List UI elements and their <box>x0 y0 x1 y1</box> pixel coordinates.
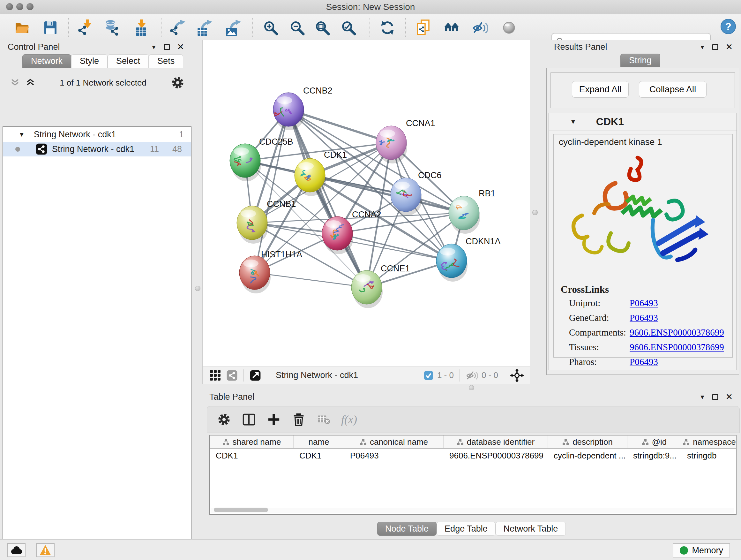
zoom-out-icon[interactable] <box>289 19 306 36</box>
network-edge[interactable] <box>255 273 367 287</box>
protein-description: cyclin-dependent kinase 1 <box>559 137 662 147</box>
column-tree-icon <box>457 438 464 445</box>
network-node-CDC6[interactable]: CDC6 <box>391 171 442 215</box>
panel-float-icon[interactable] <box>712 44 718 50</box>
cell-database-identifier[interactable]: 9606.ENSP00000378699 <box>444 449 548 462</box>
network-node-CDKN1A[interactable]: CDKN1A <box>436 237 501 282</box>
tab-select[interactable]: Select <box>108 54 149 68</box>
application-window: Session: New Session <box>0 0 741 560</box>
network-row[interactable]: String Network - cdk1 11 48 <box>3 142 191 157</box>
network-edge[interactable] <box>337 233 452 261</box>
table-tabs: Node Table Edge Table Network Table <box>377 522 566 536</box>
zoom-in-icon[interactable] <box>262 19 279 36</box>
crosslink-link[interactable]: 9606.ENSP00000378699 <box>630 327 724 338</box>
collapse-all-button[interactable]: Collapse All <box>639 81 706 98</box>
network-collection-row[interactable]: ▼ String Network - cdk1 1 <box>3 127 191 142</box>
hidden-count: 0 - 0 <box>482 370 498 380</box>
delete-column-icon[interactable] <box>292 413 306 426</box>
network-graph[interactable]: CCNB2CCNA1CDC25BCDK1CDC6RB1CCNB1CCNA2CDK… <box>203 40 530 367</box>
network-view-toolbar: String Network - cdk1 1 - 0 0 - 0 <box>202 367 530 384</box>
tab-network[interactable]: Network <box>22 54 71 68</box>
zoom-selected-icon[interactable] <box>340 19 357 36</box>
node-table[interactable]: shared name name canonical name database… <box>209 435 737 515</box>
open-session-icon[interactable] <box>14 19 30 36</box>
help-icon[interactable]: ? <box>720 18 737 35</box>
node-label: CDC6 <box>418 171 442 180</box>
clone-network-icon[interactable] <box>415 19 432 36</box>
network-canvas[interactable]: CCNB2CCNA1CDC25BCDK1CDC6RB1CCNB1CCNA2CDK… <box>202 40 530 367</box>
table-options-gear-icon[interactable] <box>217 413 231 426</box>
import-network-file-icon[interactable] <box>77 19 93 36</box>
network-node-RB1[interactable]: RB1 <box>449 189 495 234</box>
crosslink-link[interactable]: P06493 <box>630 313 658 323</box>
panel-collapse-icon[interactable]: ▼ <box>151 44 157 50</box>
table-row[interactable]: CDK1 CDK1 P06493 9606.ENSP00000378699 cy… <box>210 449 736 462</box>
birdseye-view-icon[interactable] <box>250 370 261 381</box>
move-center-icon[interactable] <box>510 368 524 382</box>
string-home-icon[interactable] <box>444 19 460 36</box>
import-table-icon[interactable] <box>133 19 149 36</box>
cell-namespace[interactable]: stringdb <box>681 449 737 462</box>
save-session-icon[interactable] <box>42 19 59 36</box>
import-network-database-icon[interactable] <box>104 19 121 36</box>
column-tree-icon <box>562 438 569 445</box>
horizontal-scrollbar[interactable] <box>211 508 734 513</box>
panel-float-icon[interactable] <box>164 44 170 50</box>
export-image-icon[interactable] <box>225 19 241 36</box>
crosslink-row: Tissues: 9606.ENSP00000378699 <box>554 342 732 357</box>
tab-network-table[interactable]: Network Table <box>495 522 566 536</box>
cell-id[interactable]: stringdb:9... <box>627 449 681 462</box>
share-view-icon[interactable] <box>226 370 238 381</box>
bottom-splitter-handle[interactable] <box>469 385 474 390</box>
panel-close-icon[interactable]: ✕ <box>725 43 733 51</box>
show-columns-icon[interactable] <box>242 413 256 426</box>
add-column-icon[interactable] <box>267 413 280 426</box>
tab-sets[interactable]: Sets <box>149 54 183 68</box>
tree-expand-icon[interactable]: ▼ <box>18 131 25 138</box>
cell-shared-name[interactable]: CDK1 <box>210 449 293 462</box>
crosslink-link[interactable]: P06493 <box>630 357 658 367</box>
network-node-CCNE1[interactable]: CCNE1 <box>351 264 410 308</box>
collapse-all-icon[interactable] <box>10 78 20 87</box>
string-results-container: Expand All Collapse All ▼ CDK1 cyclin-de… <box>546 68 739 375</box>
right-splitter-handle[interactable] <box>532 210 538 215</box>
tab-string[interactable]: String <box>620 54 660 67</box>
export-network-icon[interactable] <box>169 19 186 36</box>
panel-close-icon[interactable]: ✕ <box>177 43 184 51</box>
network-node-HIST1H1A[interactable]: HIST1H1A <box>239 250 302 294</box>
refresh-icon[interactable] <box>379 19 396 36</box>
title-bar: Session: New Session <box>0 0 741 14</box>
panel-close-icon[interactable]: ✕ <box>725 393 733 401</box>
zoom-fit-icon[interactable] <box>314 19 331 36</box>
cell-description[interactable]: cyclin-dependent ... <box>548 449 627 462</box>
left-splitter-handle[interactable] <box>195 286 200 291</box>
panel-collapse-icon[interactable]: ▼ <box>699 394 705 400</box>
selected-checkbox-icon[interactable] <box>424 371 433 380</box>
export-table-icon[interactable] <box>196 19 212 36</box>
network-options-gear-icon[interactable] <box>171 76 185 89</box>
crosslink-link[interactable]: 9606.ENSP00000378699 <box>630 342 724 353</box>
tab-node-table[interactable]: Node Table <box>377 522 436 536</box>
cell-canonical-name[interactable]: P06493 <box>344 449 444 462</box>
expand-all-icon[interactable] <box>25 78 35 87</box>
hide-labels-icon[interactable] <box>472 19 488 36</box>
crosslink-link[interactable]: P06493 <box>630 298 658 308</box>
node-label: CDK1 <box>324 150 347 160</box>
memory-button[interactable]: Memory <box>673 543 730 557</box>
warnings-button[interactable] <box>36 543 55 557</box>
toolbar-separator <box>68 18 69 37</box>
grid-view-icon[interactable] <box>210 370 221 381</box>
expand-all-button[interactable]: Expand All <box>572 81 629 98</box>
network-edge[interactable] <box>288 110 367 287</box>
tab-edge-table[interactable]: Edge Table <box>436 522 495 536</box>
scrollbar-thumb[interactable] <box>214 508 268 512</box>
tab-style[interactable]: Style <box>71 54 108 68</box>
panel-collapse-icon[interactable]: ▼ <box>699 44 705 50</box>
hidden-eye-icon[interactable] <box>466 370 478 381</box>
sphere-view-icon[interactable] <box>501 19 517 36</box>
cloud-status-button[interactable] <box>7 543 25 557</box>
section-collapse-icon[interactable]: ▼ <box>570 118 576 125</box>
cell-name[interactable]: CDK1 <box>293 449 344 462</box>
status-bar: Memory <box>0 539 741 560</box>
panel-float-icon[interactable] <box>712 394 718 400</box>
